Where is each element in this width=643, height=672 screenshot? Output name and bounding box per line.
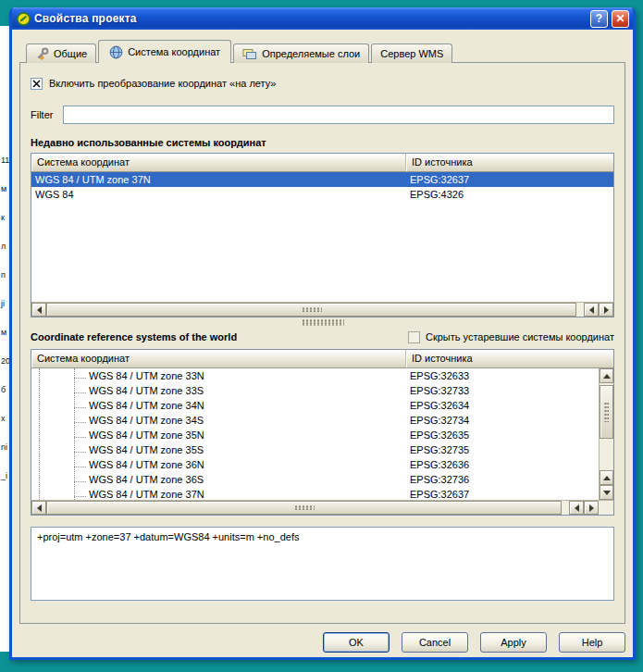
crs-id-cell: EPSG:32634 <box>406 400 613 411</box>
tab-label: Система координат <box>128 46 220 57</box>
qgis-icon <box>17 12 31 26</box>
column-header-crs[interactable]: Система координат <box>31 154 406 171</box>
filter-label: Filter <box>31 109 55 120</box>
table-row[interactable]: WGS 84 / UTM zone 33NEPSG:32633 <box>31 368 613 383</box>
crs-tab-content: Включить преобразование координат «на ле… <box>19 62 625 624</box>
scrollbar-track[interactable] <box>600 383 613 470</box>
cancel-button[interactable]: Cancel <box>402 632 468 653</box>
background-text-fragment: б <box>1 385 6 394</box>
table-row[interactable]: WGS 84 / UTM zone 34NEPSG:32634 <box>31 398 613 413</box>
checkbox-checked-icon <box>31 78 43 90</box>
hide-deprecated-label: Скрыть устаревшие системы координат <box>426 331 614 342</box>
background-text-fragment: ji <box>1 299 5 308</box>
crs-name-cell: WGS 84 / UTM zone 37N <box>31 174 406 185</box>
scroll-right-button[interactable] <box>599 303 613 317</box>
apply-button[interactable]: Apply <box>480 632 547 653</box>
ok-button[interactable]: OK <box>323 632 390 653</box>
crs-name-cell: WGS 84 / UTM zone 37N <box>31 489 406 500</box>
tab-general[interactable]: Общие <box>26 44 96 63</box>
table-row[interactable]: WGS 84 / UTM zone 36NEPSG:32636 <box>31 457 613 472</box>
column-header-source-id[interactable]: ID источника <box>406 154 613 171</box>
layers-icon <box>242 47 257 61</box>
table-row[interactable]: WGS 84 / UTM zone 33SEPSG:32733 <box>31 383 613 398</box>
close-button[interactable]: ✕ <box>612 10 629 28</box>
background-text-fragment: л <box>1 242 6 251</box>
filter-input[interactable] <box>63 106 614 124</box>
crs-name-cell: WGS 84 / UTM zone 35N <box>31 429 406 441</box>
recent-crs-title: Недавно использованные системы координат <box>31 137 614 150</box>
background-text-fragment: 20 <box>1 356 9 366</box>
button-row: OK Cancel Apply Help <box>12 632 625 653</box>
horizontal-scrollbar[interactable] <box>31 500 613 515</box>
crs-name-cell: WGS 84 / UTM zone 34N <box>31 400 406 411</box>
background-text-fragment: ni <box>1 442 7 452</box>
crs-name-cell: WGS 84 / UTM zone 35S <box>31 444 406 455</box>
otf-transform-checkbox[interactable]: Включить преобразование координат «на ле… <box>31 76 614 91</box>
proj4-text[interactable]: +proj=utm +zone=37 +datum=WGS84 +units=m… <box>31 527 614 601</box>
crs-name-cell: WGS 84 / UTM zone 34S <box>31 415 406 426</box>
table-row[interactable]: WGS 84EPSG:4326 <box>31 187 613 202</box>
table-row[interactable]: WGS 84 / UTM zone 37NEPSG:32637 <box>31 487 613 500</box>
scrollbar-track[interactable] <box>46 303 584 317</box>
crs-id-cell: EPSG:32635 <box>406 429 613 441</box>
desktop-background: 11мклпjiм20бхni_i Свойства проекта ? ✕ <box>0 0 643 672</box>
table-row[interactable]: WGS 84 / UTM zone 35NEPSG:32635 <box>31 428 613 442</box>
background-text-fragment: к <box>1 213 5 222</box>
world-crs-scroll-area: WGS 84 / UTM zone 33NEPSG:32633WGS 84 / … <box>31 368 613 500</box>
table-header: Система координат ID источника <box>31 350 613 368</box>
hide-deprecated-checkbox[interactable]: Скрыть устаревшие системы координат <box>408 331 614 343</box>
crs-id-cell: EPSG:32736 <box>406 474 613 485</box>
tab-crs[interactable]: Система координат <box>98 40 231 63</box>
checkbox-unchecked-icon <box>408 331 420 343</box>
table-row[interactable]: WGS 84 / UTM zone 34SEPSG:32734 <box>31 413 613 428</box>
dialog-body: Общие Система координат <box>12 30 633 657</box>
column-header-crs[interactable]: Система координат <box>31 350 406 367</box>
scrollbar-thumb[interactable] <box>600 385 613 439</box>
scrollbar-track[interactable] <box>46 501 569 515</box>
tab-label: Сервер WMS <box>380 48 443 59</box>
crs-name-cell: WGS 84 / UTM zone 36N <box>31 459 406 470</box>
scroll-left-button[interactable] <box>31 303 46 317</box>
splitter-handle[interactable] <box>31 317 614 327</box>
scrollbar-corner <box>599 501 613 515</box>
crs-id-cell: EPSG:4326 <box>406 189 613 200</box>
table-row[interactable]: WGS 84 / UTM zone 37NEPSG:32637 <box>31 172 613 187</box>
table-row[interactable]: WGS 84 / UTM zone 35SEPSG:32735 <box>31 442 613 457</box>
crs-name-cell: WGS 84 <box>31 189 406 200</box>
world-crs-header-row: Coordinate reference systems of the worl… <box>31 329 614 345</box>
tab-wms-server[interactable]: Сервер WMS <box>371 44 452 63</box>
scrollbar-thumb[interactable] <box>46 303 576 317</box>
title-bar[interactable]: Свойства проекта ? ✕ <box>12 7 633 30</box>
tab-label: Определяемые слои <box>262 48 360 59</box>
help-button-bottom[interactable]: Help <box>559 632 625 653</box>
recent-crs-rows: WGS 84 / UTM zone 37NEPSG:32637WGS 84EPS… <box>31 172 613 302</box>
world-crs-rows: WGS 84 / UTM zone 33NEPSG:32633WGS 84 / … <box>31 368 613 500</box>
background-window-edge: 11мклпjiм20бхni_i <box>0 26 9 652</box>
scroll-right-button[interactable] <box>584 501 599 515</box>
crs-id-cell: EPSG:32735 <box>406 444 613 455</box>
table-row[interactable]: WGS 84 / UTM zone 36SEPSG:32736 <box>31 472 613 487</box>
globe-icon <box>109 45 123 59</box>
scroll-up-button[interactable] <box>600 470 613 485</box>
otf-transform-label: Включить преобразование координат «на ле… <box>49 78 276 89</box>
crs-name-cell: WGS 84 / UTM zone 36S <box>31 474 406 485</box>
scroll-up-button[interactable] <box>600 368 613 383</box>
tab-bar: Общие Система координат <box>26 40 625 63</box>
help-button[interactable]: ? <box>590 10 608 28</box>
scroll-left-button[interactable] <box>584 303 599 317</box>
crs-name-cell: WGS 84 / UTM zone 33N <box>31 370 406 381</box>
vertical-scrollbar[interactable] <box>599 368 613 500</box>
world-crs-title: Coordinate reference systems of the worl… <box>31 331 408 342</box>
wrench-icon <box>35 47 49 61</box>
horizontal-scrollbar[interactable] <box>31 302 613 317</box>
scroll-left-button[interactable] <box>569 501 584 515</box>
scrollbar-thumb[interactable] <box>46 501 562 515</box>
background-text-fragment: м <box>1 328 6 337</box>
filter-row: Filter <box>31 106 614 124</box>
scroll-down-button[interactable] <box>600 485 613 500</box>
scroll-left-button[interactable] <box>31 501 46 515</box>
tab-identifiable-layers[interactable]: Определяемые слои <box>233 44 369 63</box>
column-header-source-id[interactable]: ID источника <box>406 350 613 367</box>
crs-id-cell: EPSG:32733 <box>406 385 613 396</box>
world-crs-table: Система координат ID источника WGS 84 / … <box>31 349 614 516</box>
